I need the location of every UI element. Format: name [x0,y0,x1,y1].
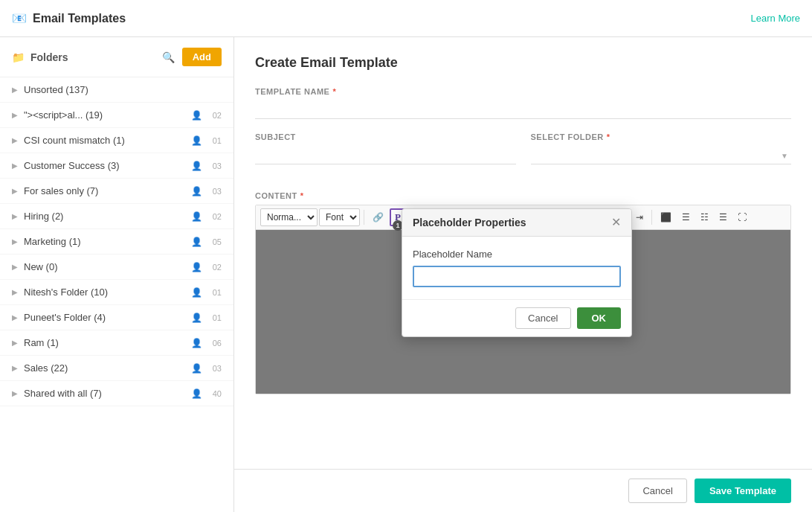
folder-name: Nitesh's Folder (10) [24,287,191,298]
folder-item-script[interactable]: ▶ "><script>al... (19) 👤 02 [0,103,233,128]
folder-count: 03 [207,364,222,373]
app-header: 📧 Email Templates Learn More [0,0,812,37]
folder-item-puneet[interactable]: ▶ Puneet's Folder (4) 👤 01 [0,305,233,330]
folder-item-csi[interactable]: ▶ CSI count mismatch (1) 👤 01 [0,128,233,153]
folder-meta: 👤 02 [191,262,222,272]
folder-item-unsorted[interactable]: ▶ Unsorted (137) [0,77,233,103]
user-icon: 👤 [191,363,202,374]
subject-folder-row: SUBJECT SELECT FOLDER * ▼ [255,132,791,178]
add-folder-button[interactable]: Add [182,48,222,66]
folder-name: Sales (22) [24,362,191,374]
learn-more-link[interactable]: Learn More [751,13,800,24]
folder-count: 02 [207,263,222,272]
modal-ok-button[interactable]: OK [577,307,622,329]
subject-input[interactable] [255,146,516,164]
folder-item-sales-only[interactable]: ▶ For sales only (7) 👤 03 [0,179,233,204]
chevron-right-icon: ▶ [12,237,18,246]
folder-meta: 👤 01 [191,135,222,146]
user-icon: 👤 [191,135,202,146]
folder-count: 02 [207,111,222,120]
folder-count: 01 [207,288,222,297]
folder-count: 02 [207,212,222,221]
align-right-button[interactable]: ☷ [696,208,713,226]
required-indicator: * [300,191,304,200]
toolbar-separator [364,210,364,225]
chevron-right-icon: ▶ [12,212,18,220]
modal-close-button[interactable]: ✕ [611,217,621,228]
folder-name: Ram (1) [24,337,191,348]
font-select[interactable]: Font [319,208,360,226]
save-template-button[interactable]: Save Template [695,479,791,503]
user-icon: 👤 [191,110,202,121]
user-icon: 👤 [191,338,202,348]
folder-item-hiring[interactable]: ▶ Hiring (2) 👤 02 [0,204,233,229]
format-select[interactable]: Norma... [260,208,318,226]
folder-item-new[interactable]: ▶ New (0) 👤 02 [0,255,233,280]
modal-header: Placeholder Properties ✕ [402,209,631,237]
folder-meta: 👤 40 [191,388,222,399]
folder-item-shared[interactable]: ▶ Shared with all (7) 👤 40 [0,381,233,406]
modal-body: Placeholder Name [402,237,631,299]
folder-count: 05 [207,237,222,246]
align-left-button[interactable]: ⬛ [656,208,676,226]
folder-name: Unsorted (137) [24,84,222,95]
template-name-input[interactable] [255,100,791,119]
folder-name: For sales only (7) [24,185,191,196]
chevron-right-icon: ▶ [12,339,18,347]
required-indicator: * [332,87,336,96]
user-icon: 👤 [191,388,202,399]
folder-name: New (0) [24,261,191,272]
placeholder-name-label: Placeholder Name [413,249,621,260]
folder-list: ▶ Unsorted (137) ▶ "><script>al... (19) … [0,77,233,512]
user-icon: 👤 [191,313,202,323]
folder-item-sales[interactable]: ▶ Sales (22) 👤 03 [0,356,233,381]
folder-count: 03 [207,187,222,196]
modal-footer: Cancel OK [402,299,631,336]
chevron-right-icon: ▶ [12,364,18,372]
folder-item-customer-success[interactable]: ▶ Customer Success (3) 👤 03 [0,153,233,179]
link-button[interactable]: 🔗 [368,208,388,226]
chevron-right-icon: ▶ [12,161,18,170]
folder-item-nitesh[interactable]: ▶ Nitesh's Folder (10) 👤 01 [0,280,233,305]
folder-meta: 👤 03 [191,186,222,196]
chevron-right-icon: ▶ [12,86,18,94]
chevron-right-icon: ▶ [12,313,18,321]
header-left: 📧 Email Templates [12,11,126,25]
content-label: CONTENT * [255,191,791,200]
sidebar-header: 📁 Folders 🔍 Add [0,37,233,77]
indent-button[interactable]: ⇥ [631,208,648,226]
subject-label: SUBJECT [255,132,516,141]
select-folder-row: SELECT FOLDER * ▼ [531,132,792,164]
folder-count: 06 [207,339,222,348]
chevron-right-icon: ▶ [12,288,18,296]
folder-meta: 👤 02 [191,110,222,121]
folder-name: CSI count mismatch (1) [24,135,191,146]
align-justify-button[interactable]: ☰ [715,208,732,226]
sidebar-title: Folders [30,51,68,63]
folder-item-marketing[interactable]: ▶ Marketing (1) 👤 05 [0,229,233,255]
fullscreen-button[interactable]: ⛶ [733,208,751,226]
align-center-button[interactable]: ☰ [677,208,695,226]
chevron-right-icon: ▶ [12,136,18,144]
select-folder-label: SELECT FOLDER * [531,132,792,141]
folder-meta: 👤 01 [191,313,222,323]
chevron-right-icon: ▶ [12,263,18,271]
user-icon: 👤 [191,186,202,196]
sidebar-search-button[interactable]: 🔍 [161,50,176,65]
modal-cancel-button[interactable]: Cancel [515,307,570,329]
user-icon: 👤 [191,287,202,298]
folder-select-wrapper: ▼ [531,146,792,164]
email-icon: 📧 [12,11,27,25]
cancel-button[interactable]: Cancel [628,479,686,503]
placeholder-name-input[interactable] [413,266,621,287]
chevron-right-icon: ▶ [12,111,18,119]
user-icon: 👤 [191,161,202,171]
folder-item-ram[interactable]: ▶ Ram (1) 👤 06 [0,330,233,356]
form-footer: Cancel Save Template [234,469,812,512]
template-name-label: TEMPLATE NAME * [255,87,791,96]
folder-icon: 📁 [12,51,25,63]
folder-count: 03 [207,161,222,170]
modal-title: Placeholder Properties [413,217,526,228]
folder-select[interactable] [531,146,792,164]
chevron-right-icon: ▶ [12,389,18,397]
